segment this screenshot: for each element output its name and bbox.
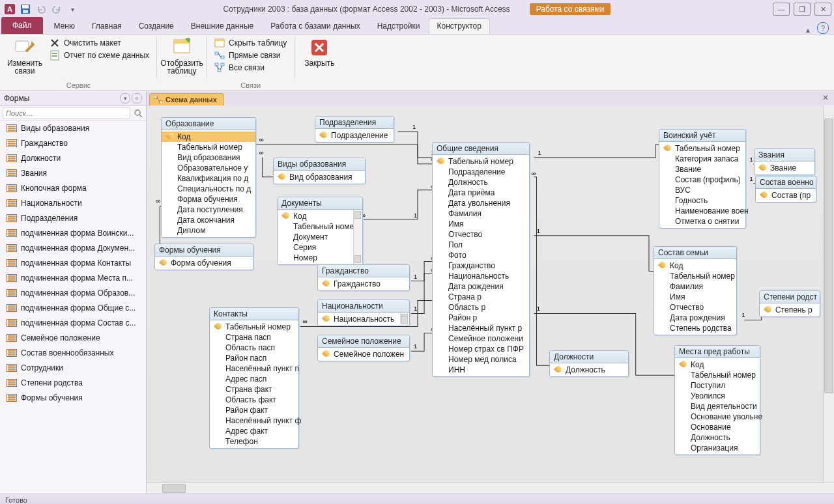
nav-collapse-icon[interactable]: « <box>132 93 142 104</box>
field[interactable]: Фамилия <box>433 208 529 219</box>
nav-item[interactable]: подчиненная форма Докумен... <box>0 241 146 256</box>
field[interactable]: Степень родства <box>654 323 736 333</box>
save-icon[interactable] <box>18 2 33 16</box>
field[interactable]: Отчество <box>433 229 529 240</box>
nav-item[interactable]: Национальности <box>0 196 146 211</box>
table-header[interactable]: Образование <box>162 118 255 130</box>
nav-item[interactable]: подчиненная форма Образов... <box>0 286 146 301</box>
field[interactable]: Звание <box>659 164 745 175</box>
table-header[interactable]: Воинский учёт <box>659 130 745 142</box>
field[interactable]: Фото <box>433 250 529 260</box>
search-input[interactable] <box>3 107 130 119</box>
field[interactable]: Страна факт <box>210 384 298 395</box>
table-military[interactable]: Воинский учётТабельный номерКатегория за… <box>659 129 746 229</box>
field[interactable]: Населённый пункт ф <box>210 415 298 426</box>
table-citiz[interactable]: ГражданствоГражданство <box>317 264 410 291</box>
tab-addins[interactable]: Надстройки <box>369 18 429 34</box>
nav-item[interactable]: Сотрудники <box>0 361 146 376</box>
field[interactable]: Документ <box>278 232 362 242</box>
undo-icon[interactable] <box>34 2 48 16</box>
field[interactable]: Адрес пасп <box>210 374 298 384</box>
table-edu_kind[interactable]: Виды образованияВид образования <box>273 158 366 184</box>
field[interactable]: Форма обучения <box>155 258 253 268</box>
tab-create[interactable]: Создание <box>130 18 182 34</box>
all-relations-button[interactable]: Все связи <box>212 62 289 74</box>
table-edu_form[interactable]: Формы обученияФорма обучения <box>154 244 253 270</box>
field[interactable]: Образовательное у <box>162 163 255 173</box>
vertical-scrollbar[interactable] <box>823 105 834 483</box>
field[interactable]: Подразделение <box>433 167 529 177</box>
nav-item[interactable]: Степени родства <box>0 376 146 391</box>
field[interactable]: Состав (профиль) <box>659 175 745 185</box>
table-header[interactable]: Места пред работы <box>675 346 760 358</box>
app-icon[interactable]: A <box>3 2 17 16</box>
show-table-button[interactable]: Отобразить таблицу <box>162 36 201 75</box>
close-button[interactable]: Закрыть <box>300 36 339 67</box>
field[interactable]: Страна пасп <box>210 332 298 343</box>
field[interactable]: Квалификация по д <box>162 173 255 184</box>
table-header[interactable]: Подразделения <box>315 117 394 129</box>
field[interactable]: Специальность по д <box>162 184 255 194</box>
table-ranks[interactable]: ЗванияЗвание <box>754 148 815 175</box>
table-header[interactable]: Должности <box>550 351 628 363</box>
field[interactable]: ИНН <box>433 365 529 375</box>
field[interactable]: Дата рождения <box>433 281 529 292</box>
search-icon[interactable] <box>133 108 143 119</box>
table-header[interactable]: Контакты <box>210 308 298 320</box>
table-kinship[interactable]: Степени родстСтепень р <box>759 290 820 317</box>
field[interactable]: Вид образования <box>274 172 365 182</box>
field[interactable]: Поступил <box>675 380 760 391</box>
field[interactable]: Форма обучения <box>162 194 255 204</box>
hide-table-button[interactable]: Скрыть таблицу <box>212 37 289 49</box>
field[interactable]: Должность <box>550 365 628 375</box>
table-contacts[interactable]: КонтактыТабельный номерСтрана паспОбласт… <box>209 307 299 449</box>
field[interactable]: Национальность <box>318 314 409 324</box>
table-common[interactable]: Общие сведенияТабельный номерПодразделен… <box>432 142 530 377</box>
field[interactable]: Табельный номер <box>162 142 255 152</box>
clear-layout-button[interactable]: Очистить макет <box>47 37 152 49</box>
nav-item[interactable]: Подразделения <box>0 211 146 226</box>
nav-item[interactable]: Кнопочная форма <box>0 181 146 196</box>
field[interactable]: Табельный номер <box>210 322 298 332</box>
field[interactable]: Код <box>675 359 760 370</box>
nav-item[interactable]: Семейное положение <box>0 331 146 346</box>
field[interactable]: Организация <box>675 443 760 453</box>
field[interactable]: Вид образования <box>162 152 255 163</box>
field[interactable]: Область р <box>433 302 529 313</box>
relationship-report-button[interactable]: Отчет по схеме данных <box>47 49 152 61</box>
table-header[interactable]: Семейное положение <box>318 335 409 348</box>
table-nation[interactable]: НациональностиНациональность <box>317 300 410 326</box>
field[interactable]: Дата приёма <box>433 188 529 198</box>
table-marital[interactable]: Семейное положениеСемейное положен <box>317 335 410 361</box>
field[interactable]: Годность <box>659 195 745 206</box>
table-header[interactable]: Документы <box>278 197 362 210</box>
nav-item[interactable]: Должности <box>0 151 146 166</box>
qat-more-icon[interactable]: ▾ <box>65 2 79 16</box>
field[interactable]: Код <box>654 260 736 271</box>
field[interactable]: ВУС <box>659 185 745 195</box>
nav-item[interactable]: Гражданство <box>0 136 146 151</box>
nav-item[interactable]: подчиненная форма Контакты <box>0 256 146 271</box>
field[interactable]: Табельный номер <box>433 156 529 167</box>
field[interactable]: Вид деятельности <box>675 401 760 412</box>
tab-dbtools[interactable]: Работа с базами данных <box>262 18 368 34</box>
nav-header[interactable]: Формы ▾ « <box>0 91 146 106</box>
table-header[interactable]: Гражданство <box>318 265 409 277</box>
field[interactable]: Гражданство <box>318 279 409 289</box>
field[interactable]: Звание <box>755 163 814 173</box>
field[interactable]: Номер <box>278 253 362 263</box>
help-icon[interactable]: ? <box>817 22 829 34</box>
restore-button[interactable]: ❐ <box>794 3 811 16</box>
field[interactable]: Табельный номер <box>278 221 362 232</box>
table-scrollbar[interactable] <box>400 313 409 325</box>
table-docs[interactable]: ДокументыКодТабельный номерДокументСерия… <box>277 197 363 265</box>
field[interactable]: Уволился <box>675 391 760 401</box>
table-header[interactable]: Виды образования <box>274 158 365 171</box>
field[interactable]: Семейное положени <box>433 333 529 344</box>
nav-item[interactable]: подчиненная форма Воински... <box>0 226 146 241</box>
nav-item[interactable]: Состав военнообязанных <box>0 346 146 361</box>
field[interactable]: Табельный номер <box>654 271 736 281</box>
field[interactable]: Диплом <box>162 225 255 236</box>
table-scrollbar[interactable] <box>353 210 362 264</box>
field[interactable]: Категория запаса <box>659 154 745 164</box>
